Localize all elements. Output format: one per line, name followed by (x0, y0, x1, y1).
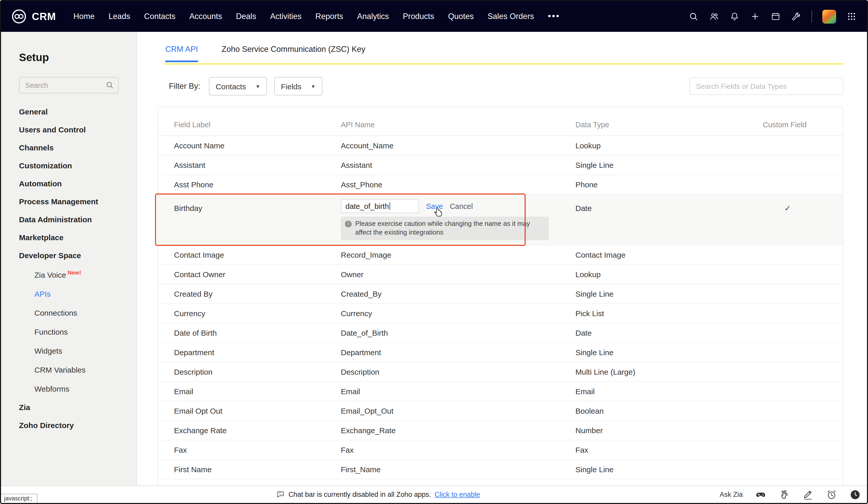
data-type-cell: Multi Line (Large) (576, 368, 763, 376)
data-type-cell: Lookup (576, 270, 763, 279)
click-to-enable-link[interactable]: Click to enable (434, 491, 480, 498)
history-clock-icon[interactable] (849, 489, 861, 500)
sidebar-item-zoho-directory[interactable]: Zoho Directory (1, 416, 136, 434)
topnav-item-products[interactable]: Products (403, 12, 434, 21)
sidebar-subitem-widgets[interactable]: Widgets (1, 341, 136, 360)
sidebar-subitem-connections[interactable]: Connections (1, 303, 136, 322)
chevron-down-icon: ▼ (311, 83, 316, 89)
table-row: CurrencyCurrencyPick List (158, 304, 843, 323)
top-navigation-bar: CRM HomeLeadsContactsAccountsDealsActivi… (1, 1, 867, 32)
mouse-cursor-icon (433, 207, 445, 219)
sidebar-subitem-crm-variables[interactable]: CRM Variables (1, 360, 136, 379)
plus-icon[interactable] (750, 11, 760, 22)
topnav-item-accounts[interactable]: Accounts (189, 12, 222, 21)
topnav-divider (812, 10, 812, 23)
topnav-item-activities[interactable]: Activities (270, 12, 301, 21)
zia-sketch-icon[interactable] (802, 489, 814, 500)
main-content: CRM APIZoho Service Communication (ZSC) … (137, 32, 867, 485)
api-name-cell[interactable]: Asst_Phone (341, 180, 576, 189)
api-name-cell[interactable]: Exchange_Rate (341, 426, 576, 435)
api-name-cell[interactable]: Record_Image (341, 250, 576, 259)
topnav-icon-group (688, 11, 801, 22)
sidebar-subitem-functions[interactable]: Functions (1, 322, 136, 341)
filter-by-label: Filter By: (169, 82, 200, 91)
module-dropdown-value: Contacts (216, 82, 246, 91)
api-name-cell[interactable]: Fax (341, 445, 576, 454)
table-row: Contact OwnerOwnerLookup (158, 265, 843, 284)
table-row: Date of BirthDate_of_BirthDate (158, 323, 843, 343)
topnav-item-contacts[interactable]: Contacts (144, 12, 175, 21)
user-avatar[interactable] (822, 10, 836, 23)
api-name-cell[interactable]: Email (341, 387, 576, 396)
sidebar-item-channels[interactable]: Channels (1, 138, 136, 156)
table-row: FaxFaxFax (158, 440, 843, 460)
topnav-item-reports[interactable]: Reports (316, 12, 343, 21)
api-name-cell[interactable]: Department (341, 348, 576, 357)
sidebar-item-process-management[interactable]: Process Management (1, 193, 136, 210)
apps-grid-icon[interactable] (846, 11, 857, 22)
api-name-cell[interactable]: Account_Name (341, 141, 576, 150)
bell-icon[interactable] (730, 11, 740, 22)
caution-text: Please exercise caution while changing t… (355, 220, 530, 236)
field-label-cell: Email Opt Out (174, 407, 341, 415)
topnav-item-leads[interactable]: Leads (108, 12, 130, 21)
setup-title: Setup (19, 51, 136, 64)
api-name-cell[interactable]: Assistant (341, 161, 576, 169)
crm-brand[interactable]: CRM (11, 9, 56, 24)
header-data-type: Data Type (576, 121, 763, 129)
sidebar-item-developer-space[interactable]: Developer Space (1, 246, 136, 264)
api-name-cell[interactable]: Created_By (341, 289, 576, 298)
game-controller-icon[interactable] (755, 489, 766, 500)
table-row: Contact ImageRecord_ImageContact Image (158, 245, 843, 265)
sidebar-subitem-zia-voice[interactable]: Zia VoiceNew! (1, 264, 136, 284)
gesture-hand-icon[interactable] (779, 489, 790, 500)
topnav-item-analytics[interactable]: Analytics (357, 12, 389, 21)
sidebar-item-zia[interactable]: Zia (1, 398, 136, 416)
topnav-more-button[interactable]: ••• (548, 11, 560, 22)
sidebar-subitem-label: CRM Variables (34, 366, 86, 374)
tab-zoho-service-communication-zsc-key[interactable]: Zoho Service Communication (ZSC) Key (221, 45, 365, 62)
calendar-icon[interactable] (771, 11, 781, 22)
api-name-cell[interactable]: Description (341, 368, 576, 376)
sidebar-item-data-administration[interactable]: Data Administration (1, 210, 136, 228)
api-name-input[interactable]: date_of_birth (341, 199, 419, 213)
field-label-cell: Contact Image (174, 250, 341, 259)
field-label-cell: Department (174, 348, 341, 357)
table-row: Home PhoneHome_PhonePhone (158, 479, 843, 485)
api-name-cell[interactable]: First_Name (341, 465, 576, 474)
data-type-cell: Single Line (576, 348, 763, 357)
table-row-editing: Birthdaydate_of_birthSaveCanceliPlease e… (158, 195, 843, 245)
topnav-right-cluster (688, 10, 857, 23)
header-custom-field: Custom Field (763, 121, 843, 129)
topnav-item-home[interactable]: Home (73, 12, 95, 21)
topnav-item-sales-orders[interactable]: Sales Orders (488, 12, 534, 21)
users-icon[interactable] (709, 11, 719, 22)
api-name-cell[interactable]: Email_Opt_Out (341, 407, 576, 415)
fields-dropdown[interactable]: Fields ▼ (275, 77, 323, 95)
api-name-cell[interactable]: Date_of_Birth (341, 328, 576, 337)
alarm-clock-icon[interactable] (826, 489, 837, 500)
sidebar-item-general[interactable]: General (1, 103, 136, 121)
browser-status-tooltip: javascript:; (1, 494, 38, 503)
sidebar-item-customization[interactable]: Customization (1, 156, 136, 175)
module-dropdown[interactable]: Contacts ▼ (209, 77, 267, 95)
sidebar-item-automation[interactable]: Automation (1, 175, 136, 193)
sidebar-item-users-and-control[interactable]: Users and Control (1, 121, 136, 138)
sidebar-search-input[interactable] (19, 77, 118, 93)
topnav-item-deals[interactable]: Deals (236, 12, 256, 21)
tools-icon[interactable] (791, 11, 801, 22)
topnav-item-quotes[interactable]: Quotes (448, 12, 474, 21)
sidebar-item-marketplace[interactable]: Marketplace (1, 228, 136, 246)
cancel-link[interactable]: Cancel (450, 202, 473, 210)
data-type-cell: Number (576, 426, 763, 435)
field-label-cell: Description (174, 368, 341, 376)
tab-crm-api[interactable]: CRM API (165, 45, 198, 62)
sidebar-subitem-apis[interactable]: APIs (1, 284, 136, 303)
api-name-cell[interactable]: Owner (341, 270, 576, 279)
sidebar-subitem-webforms[interactable]: Webforms (1, 379, 136, 398)
api-name-cell[interactable]: Currency (341, 309, 576, 318)
ask-zia-label[interactable]: Ask Zia (720, 491, 743, 498)
search-icon[interactable] (688, 11, 699, 22)
sidebar-subitem-label: Connections (34, 308, 77, 317)
fields-search-input[interactable] (689, 78, 843, 95)
